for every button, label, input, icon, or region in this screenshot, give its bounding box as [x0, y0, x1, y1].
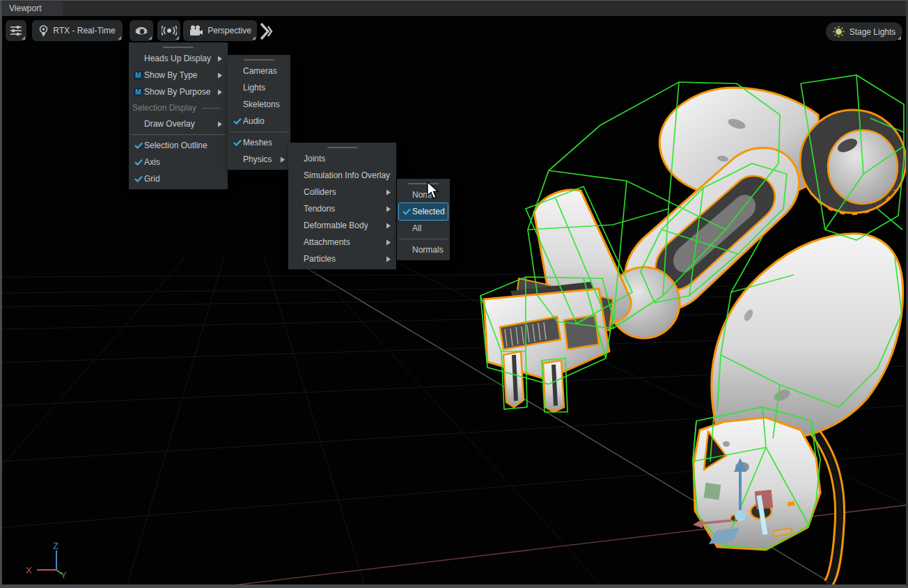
gizmo-plane-yz: [704, 483, 721, 500]
check-icon: [400, 208, 412, 215]
menu-item-show-by-type[interactable]: M Show By Type: [129, 67, 228, 84]
mixed-state-icon: M: [134, 88, 143, 97]
submenu-arrow-icon: [211, 56, 222, 62]
visibility-menu-button[interactable]: [130, 20, 153, 41]
visibility-menu: Heads Up Display M Show By Type M Show B…: [129, 42, 228, 189]
menu-item-all[interactable]: All: [397, 220, 450, 237]
submenu-arrow-icon: [379, 206, 391, 212]
renderer-label: RTX - Real-Time: [53, 26, 115, 35]
check-icon: [231, 139, 243, 146]
menu-item-deformable-body[interactable]: Deformable Body: [288, 217, 396, 234]
submenu-arrow-icon: [379, 239, 391, 246]
show-by-type-menu: Cameras Lights Skeletons Audio Meshes Ph…: [228, 55, 290, 170]
menu-item-heads-up-display[interactable]: Heads Up Display: [129, 50, 228, 67]
viewport-settings-button[interactable]: [6, 20, 26, 41]
menu-item-tendons[interactable]: Tendons: [288, 200, 396, 217]
broadcast-icon: [162, 26, 177, 35]
menu-item-lights[interactable]: Lights: [228, 79, 290, 96]
gizmo-label-y: Y: [61, 570, 67, 580]
menu-item-selection-outline[interactable]: Selection Outline: [129, 137, 228, 154]
gizmo-center: [735, 510, 746, 521]
menu-item-simulation-info-overlay[interactable]: Simulation Info Overlay: [288, 167, 396, 184]
submenu-arrow-icon: [211, 89, 222, 95]
menu-section-selection-display: Selection Display: [129, 100, 228, 116]
submenu-arrow-icon: [379, 223, 391, 229]
robot-arm: [484, 88, 906, 584]
menu-item-audio[interactable]: Audio: [228, 113, 290, 129]
menu-separator: [230, 132, 288, 132]
menu-item-physics[interactable]: Physics: [228, 151, 290, 168]
menu-separator: [131, 134, 226, 135]
tab-viewport[interactable]: Viewport: [3, 1, 63, 16]
eye-icon: [134, 26, 148, 35]
camera-icon: [189, 25, 203, 36]
stage-lights-button[interactable]: Stage Lights: [826, 22, 902, 41]
camera-label: Perspective: [208, 26, 251, 35]
menu-item-cameras[interactable]: Cameras: [228, 63, 290, 79]
menu-item-particles[interactable]: Particles: [288, 251, 396, 267]
check-icon: [231, 118, 243, 125]
menu-item-show-by-purpose[interactable]: M Show By Purpose: [129, 84, 228, 100]
submenu-arrow-icon: [211, 72, 222, 79]
viewport-3d[interactable]: RTX - Real-Time: [2, 16, 906, 585]
menu-item-skeletons[interactable]: Skeletons: [228, 96, 290, 113]
menu-separator: [399, 239, 448, 239]
check-icon: [132, 142, 144, 149]
menu-item-meshes[interactable]: Meshes: [228, 134, 290, 151]
gizmo-label-z: Z: [53, 542, 58, 551]
viewport-window: Viewport: [0, 0, 908, 588]
menu-item-grid[interactable]: Grid: [129, 170, 228, 187]
menu-grip[interactable]: [327, 147, 358, 148]
menu-item-attachments[interactable]: Attachments: [288, 234, 396, 251]
mixed-state-icon: M: [134, 71, 143, 80]
submenu-arrow-icon: [379, 256, 391, 262]
renderer-button[interactable]: RTX - Real-Time: [32, 20, 123, 41]
submenu-arrow-icon: [379, 189, 391, 196]
stage-lights-label: Stage Lights: [850, 27, 896, 37]
tab-bar: Viewport: [2, 1, 906, 16]
menu-grip[interactable]: [244, 59, 274, 61]
submenu-arrow-icon: [274, 157, 285, 163]
gizmo-label-x: X: [26, 565, 32, 575]
menu-item-normals[interactable]: Normals: [397, 241, 450, 258]
sliders-icon: [10, 25, 22, 36]
menu-item-joints[interactable]: Joints: [288, 150, 396, 167]
menu-item-draw-overlay[interactable]: Draw Overlay: [129, 116, 228, 132]
mouse-cursor: [427, 182, 442, 200]
menu-item-colliders[interactable]: Colliders: [288, 184, 396, 200]
lightbulb-icon: [39, 25, 48, 37]
menu-item-selected[interactable]: Selected: [399, 203, 448, 220]
physics-menu: Joints Simulation Info Overlay Colliders…: [288, 143, 396, 269]
check-icon: [132, 175, 144, 182]
stage-light-icon: [833, 26, 845, 38]
menu-item-axis[interactable]: Axis: [129, 154, 228, 170]
check-icon: [132, 159, 144, 166]
waypoint-audio-button[interactable]: [157, 20, 180, 41]
camera-button[interactable]: Perspective: [183, 20, 257, 41]
toolbar-expand-chevron[interactable]: [259, 22, 273, 40]
submenu-arrow-icon: [211, 121, 222, 127]
menu-grip[interactable]: [163, 47, 194, 48]
axis-orientation-gizmo: X Z Y: [20, 542, 76, 581]
